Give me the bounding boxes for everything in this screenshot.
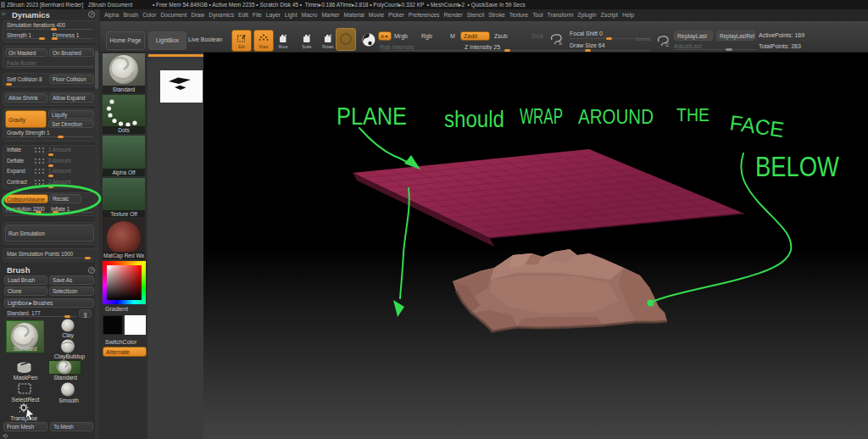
svg-text:Move: Move [278, 45, 288, 49]
svg-text:Edit: Edit [238, 45, 246, 49]
svg-text:Draw: Draw [259, 45, 269, 49]
svg-text:Rotate: Rotate [322, 45, 334, 49]
svg-text:S: S [559, 41, 562, 46]
svg-text:Scale: Scale [302, 45, 312, 49]
svg-text:C: C [665, 42, 670, 47]
